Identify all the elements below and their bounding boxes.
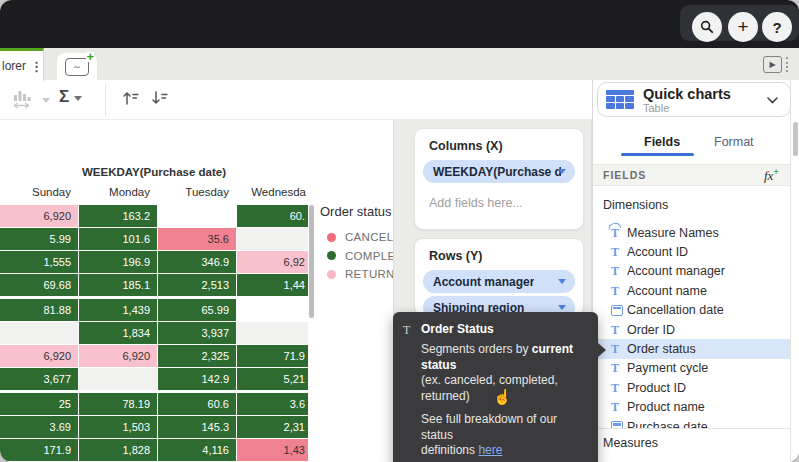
aggregation-button[interactable]: Σ <box>59 87 82 107</box>
heatmap-cell[interactable]: 5.99 <box>0 228 78 250</box>
heatmap-cell[interactable]: 3,677 <box>0 368 78 390</box>
column-header[interactable]: Wednesda <box>237 186 308 198</box>
field-label: Order ID <box>627 323 675 337</box>
columns-drop-target[interactable]: Add fields here... <box>429 196 583 210</box>
heatmap-cell[interactable]: 3.6 <box>237 393 308 415</box>
bar-chart-icon <box>13 88 37 109</box>
heatmap-cell[interactable]: 6,920 <box>0 205 78 227</box>
chevron-down-icon <box>767 97 778 104</box>
heatmap-cell[interactable]: 101.6 <box>79 228 157 250</box>
columns-pill-weekday[interactable]: WEEKDAY(Purchase date) <box>423 160 575 183</box>
heatmap-cell[interactable] <box>237 228 308 250</box>
heatmap-cell[interactable]: 25 <box>0 393 78 415</box>
calculated-field-button[interactable]: fx+ <box>764 166 779 184</box>
help-button[interactable]: ? <box>762 12 792 42</box>
expand-panel-icon[interactable]: ▶ <box>763 56 782 73</box>
text-type-icon: T <box>611 401 627 413</box>
field-item-product-name[interactable]: TProduct name <box>593 398 791 417</box>
heatmap-cell[interactable]: 1,503 <box>79 416 157 438</box>
heatmap-cell[interactable]: 6,92 <box>237 251 308 273</box>
rows-shelf: Rows (Y) Account manager Shipping region <box>414 238 584 316</box>
heatmap-cell[interactable]: 2,513 <box>158 274 236 296</box>
heatmap-cell[interactable]: 2,31 <box>237 416 308 438</box>
field-item-account-name[interactable]: TAccount name <box>593 281 791 300</box>
field-item-order-id[interactable]: TOrder ID <box>593 320 791 339</box>
chart-config-button[interactable] <box>13 88 50 109</box>
heatmap-cell[interactable]: 142.9 <box>158 368 236 390</box>
heatmap-cell[interactable] <box>79 368 157 390</box>
heatmap-cell[interactable]: 3,937 <box>158 322 236 344</box>
field-item-measure-names[interactable]: TMeasure Names <box>593 223 791 242</box>
heatmap-cell[interactable]: 1,834 <box>79 322 157 344</box>
table-scrollbar-thumb[interactable] <box>309 205 314 318</box>
heatmap-cell[interactable]: 35.6 <box>158 228 236 250</box>
add-button[interactable]: + <box>728 12 758 42</box>
new-chart-tab[interactable]: ∼+ <box>57 53 97 80</box>
heatmap-cell[interactable]: 1,44 <box>237 274 308 296</box>
heatmap-cell[interactable] <box>237 322 308 344</box>
heatmap-cell[interactable]: 65.99 <box>158 299 236 321</box>
heatmap-cell[interactable]: 196.9 <box>79 251 157 273</box>
legend-dot-icon <box>327 270 336 279</box>
table-row: 3,677142.95,21 <box>0 368 308 390</box>
field-item-purchase-date[interactable]: Purchase date <box>593 417 791 428</box>
field-item-order-status[interactable]: TOrder status <box>593 339 791 358</box>
heatmap-cell[interactable]: 60. <box>237 205 308 227</box>
heatmap-cell[interactable]: 1,828 <box>79 439 157 461</box>
tab-fields[interactable]: Fields <box>644 135 680 149</box>
heatmap-cell[interactable]: 60.6 <box>158 393 236 415</box>
heatmap-cell[interactable]: 81.88 <box>0 299 78 321</box>
tab-active-query[interactable]: lorer ⋮ <box>0 48 44 81</box>
heatmap-cell[interactable]: 1,555 <box>0 251 78 273</box>
column-header[interactable]: Tuesday <box>158 186 236 198</box>
heatmap-cell[interactable]: 163.2 <box>79 205 157 227</box>
chevron-down-icon <box>558 305 566 310</box>
heatmap-cell[interactable]: 171.9 <box>0 439 78 461</box>
chevron-down-icon <box>558 169 566 174</box>
field-item-account-id[interactable]: TAccount ID <box>593 242 791 261</box>
heatmap-cell[interactable]: 3.69 <box>0 416 78 438</box>
heatmap-cell[interactable]: 1,43 <box>237 439 308 461</box>
heatmap-cell[interactable] <box>0 322 78 344</box>
heatmap-cell[interactable]: 145.3 <box>158 416 236 438</box>
text-type-icon: T <box>611 343 627 355</box>
tooltip-here-link[interactable]: here <box>478 443 502 457</box>
search-button[interactable] <box>692 12 722 42</box>
field-item-payment-cycle[interactable]: TPayment cycle <box>593 359 791 378</box>
legend-dot-icon <box>327 233 336 242</box>
chart-type-selector[interactable]: Quick charts Table <box>597 82 791 117</box>
heatmap-cell[interactable] <box>158 205 236 227</box>
rows-pill-account-manager[interactable]: Account manager <box>423 270 575 293</box>
heatmap-cell[interactable]: 6,920 <box>0 345 78 367</box>
fields-panel: Fields Format FIELDS fx+ Dimensions TMea… <box>592 80 799 462</box>
table-row: 81.881,43965.99 <box>0 299 308 321</box>
kebab-menu-icon[interactable]: ⋮ <box>30 59 43 74</box>
field-item-cancellation-date[interactable]: Cancellation date <box>593 301 791 320</box>
field-label: Payment cycle <box>627 361 708 375</box>
heatmap-cell[interactable]: 5,21 <box>237 368 308 390</box>
heatmap-cell[interactable]: 78.19 <box>79 393 157 415</box>
field-tooltip: T Order Status Segments orders by curren… <box>393 312 598 462</box>
field-item-product-id[interactable]: TProduct ID <box>593 378 791 397</box>
heatmap-cell[interactable]: 1,439 <box>79 299 157 321</box>
heatmap-cell[interactable] <box>237 299 308 321</box>
heatmap-cell[interactable]: 185.1 <box>79 274 157 296</box>
app-window: + ? lorer ⋮ ∼+ ▶ Σ <box>0 0 799 462</box>
panel-scrollbar-thumb[interactable] <box>793 122 798 156</box>
field-item-account-manager[interactable]: TAccount manager <box>593 262 791 281</box>
sort-descending-button[interactable] <box>151 90 168 106</box>
column-header[interactable]: Sunday <box>0 186 78 198</box>
heatmap-cell[interactable]: 2,325 <box>158 345 236 367</box>
heatmap-cell[interactable]: 71.9 <box>237 345 308 367</box>
heatmap-cell[interactable]: 6,920 <box>79 345 157 367</box>
heatmap-cell[interactable]: 346.9 <box>158 251 236 273</box>
fields-list: TMeasure NamesTAccount IDTAccount manage… <box>593 223 791 428</box>
heatmap-cell[interactable]: 69.68 <box>0 274 78 296</box>
tab-format[interactable]: Format <box>714 135 754 149</box>
plus-icon: + <box>737 16 748 38</box>
sort-ascending-button[interactable] <box>122 90 139 106</box>
table-row: 2578.1960.63.6 <box>0 393 308 415</box>
column-header[interactable]: Monday <box>79 186 157 198</box>
heatmap-cell[interactable]: 4,116 <box>158 439 236 461</box>
table-row: 5.99101.635.6 <box>0 228 308 250</box>
